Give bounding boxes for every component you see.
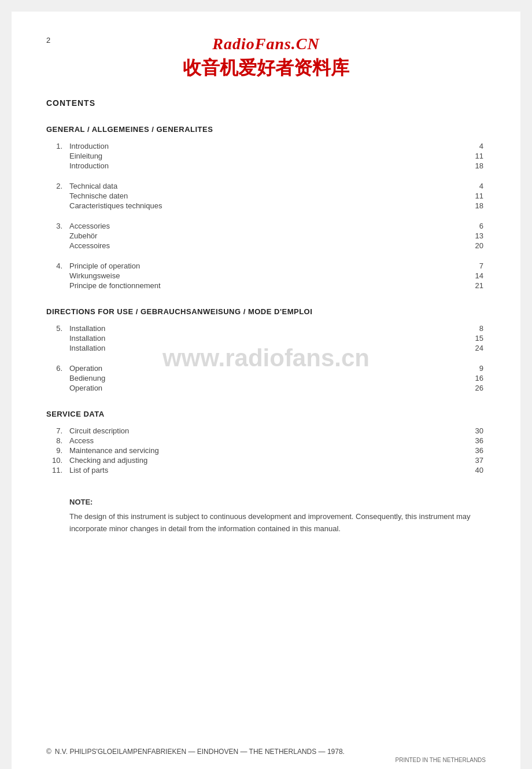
toc-number-2: 2.	[46, 182, 69, 190]
section-service: SERVICE DATA 7. Circuit description 30 8…	[46, 410, 486, 474]
toc-subentry-1-1: Einleitung 11	[46, 152, 486, 160]
toc-entry-11: 11. List of parts 40	[46, 466, 486, 474]
toc-subentry-3-1: Zubehör 13	[46, 231, 486, 240]
toc-number-3: 3.	[46, 222, 69, 230]
footer-copyright-line: © N.V. PHILIPS'GLOEILAMPENFABRIEKEN — EI…	[46, 748, 486, 756]
toc-number-7: 7.	[46, 426, 69, 435]
toc-text-2-2: Caracteristiques techniques	[69, 201, 463, 210]
toc-text-5-1: Installation	[69, 334, 463, 343]
section-service-heading: SERVICE DATA	[46, 410, 486, 418]
toc-subentry-6-1: Bedienung 16	[46, 374, 486, 382]
toc-text-2-0: Technical data	[69, 182, 463, 190]
note-section: NOTE: The design of this instrument is s…	[46, 498, 486, 535]
toc-group-service: 7. Circuit description 30 8. Access 36 9…	[46, 426, 486, 474]
toc-number-8: 8.	[46, 436, 69, 445]
toc-text-1-2: Introduction	[69, 161, 463, 170]
toc-text-3-2: Accessoires	[69, 241, 463, 250]
toc-text-6-2: Operation	[69, 384, 463, 392]
toc-text-4-0: Principle of operation	[69, 262, 463, 270]
toc-page-9: 36	[463, 446, 486, 455]
toc-subentry-2-2: Caracteristiques techniques 18	[46, 201, 486, 210]
toc-text-2-1: Technische daten	[69, 192, 463, 200]
toc-text-1-0: Introduction	[69, 142, 463, 150]
toc-page-6-2: 26	[463, 384, 486, 392]
toc-text-5-2: Installation	[69, 344, 463, 352]
toc-subentry-2-1: Technische daten 11	[46, 192, 486, 200]
page-number: 2	[46, 36, 50, 45]
toc-entry-7: 7. Circuit description 30	[46, 426, 486, 435]
toc-page-1-2: 18	[463, 161, 486, 170]
toc-subentry-3-2: Accessoires 20	[46, 241, 486, 250]
toc-group-6: 6. Operation 9 Bedienung 16 Operation 26	[46, 364, 486, 392]
toc-text-3-0: Accessories	[69, 222, 463, 230]
copyright-text: N.V. PHILIPS'GLOEILAMPENFABRIEKEN — EIND…	[55, 748, 345, 756]
toc-page-4-0: 7	[463, 262, 486, 270]
toc-text-10: Checking and adjusting	[69, 456, 463, 465]
toc-text-9: Maintenance and servicing	[69, 446, 463, 455]
toc-number-11: 11.	[46, 466, 69, 474]
site-title: RadioFans.CN	[46, 35, 486, 53]
toc-group-2: 2. Technical data 4 Technische daten 11 …	[46, 182, 486, 210]
toc-text-5-0: Installation	[69, 324, 463, 333]
contents-heading: CONTENTS	[46, 98, 486, 108]
copyright-symbol: ©	[46, 748, 51, 756]
toc-block-5: www.radiofans.cn 5. Installation 8 Insta…	[46, 324, 486, 392]
toc-page-5-1: 15	[463, 334, 486, 343]
page-header: RadioFans.CN 收音机爱好者资料库	[46, 35, 486, 81]
toc-entry-6: 6. Operation 9	[46, 364, 486, 373]
toc-entry-10: 10. Checking and adjusting 37	[46, 456, 486, 465]
toc-text-4-1: Wirkungsweise	[69, 271, 463, 280]
toc-group-1: 1. Introduction 4 Einleitung 11 Introduc…	[46, 142, 486, 170]
toc-page-2-1: 11	[463, 192, 486, 200]
toc-group-3: 3. Accessories 6 Zubehör 13 Accessoires …	[46, 222, 486, 250]
toc-page-7: 30	[463, 426, 486, 435]
toc-entry-5: 5. Installation 8	[46, 324, 486, 333]
toc-text-8: Access	[69, 436, 463, 445]
toc-page-3-0: 6	[463, 222, 486, 230]
toc-subentry-4-2: Principe de fonctionnement 21	[46, 281, 486, 290]
toc-number-6: 6.	[46, 364, 69, 373]
toc-page-11: 40	[463, 466, 486, 474]
toc-page-6-0: 9	[463, 364, 486, 373]
toc-group-5: 5. Installation 8 Installation 15 Instal…	[46, 324, 486, 352]
toc-text-11: List of parts	[69, 466, 463, 474]
toc-entry-8: 8. Access 36	[46, 436, 486, 445]
toc-page-3-1: 13	[463, 231, 486, 240]
toc-page-5-0: 8	[463, 324, 486, 333]
toc-subentry-1-2: Introduction 18	[46, 161, 486, 170]
toc-text-6-1: Bedienung	[69, 374, 463, 382]
toc-number-5: 5.	[46, 324, 69, 333]
toc-group-4: 4. Principle of operation 7 Wirkungsweis…	[46, 262, 486, 290]
note-text: The design of this instrument is subject…	[69, 511, 486, 535]
toc-number-1: 1.	[46, 142, 69, 150]
toc-page-10: 37	[463, 456, 486, 465]
toc-page-5-2: 24	[463, 344, 486, 352]
section-directions-heading: DIRECTIONS FOR USE / GEBRAUCHSANWEISUNG …	[46, 307, 486, 316]
toc-text-1-1: Einleitung	[69, 152, 463, 160]
toc-subentry-5-1: Installation 15	[46, 334, 486, 343]
document-page: 2 RadioFans.CN 收音机爱好者资料库 CONTENTS GENERA…	[12, 12, 520, 769]
toc-entry-4: 4. Principle of operation 7	[46, 262, 486, 270]
page-footer: © N.V. PHILIPS'GLOEILAMPENFABRIEKEN — EI…	[46, 748, 486, 763]
toc-number-9: 9.	[46, 446, 69, 455]
toc-text-7: Circuit description	[69, 426, 463, 435]
toc-entry-2: 2. Technical data 4	[46, 182, 486, 190]
toc-text-6-0: Operation	[69, 364, 463, 373]
toc-page-3-2: 20	[463, 241, 486, 250]
note-heading: NOTE:	[69, 498, 486, 506]
toc-subentry-6-2: Operation 26	[46, 384, 486, 392]
toc-page-1-1: 11	[463, 152, 486, 160]
toc-number-4: 4.	[46, 262, 69, 270]
toc-page-8: 36	[463, 436, 486, 445]
toc-number-10: 10.	[46, 456, 69, 465]
footer-printed: PRINTED IN THE NETHERLANDS	[46, 757, 486, 763]
toc-page-2-2: 18	[463, 201, 486, 210]
section-directions: DIRECTIONS FOR USE / GEBRAUCHSANWEISUNG …	[46, 307, 486, 392]
section-general-heading: GENERAL / ALLGEMEINES / GENERALITES	[46, 125, 486, 134]
toc-entry-9: 9. Maintenance and servicing 36	[46, 446, 486, 455]
toc-entry-1: 1. Introduction 4	[46, 142, 486, 150]
toc-subentry-4-1: Wirkungsweise 14	[46, 271, 486, 280]
site-subtitle: 收音机爱好者资料库	[46, 56, 486, 81]
toc-subentry-5-2: Installation 24	[46, 344, 486, 352]
section-general: GENERAL / ALLGEMEINES / GENERALITES 1. I…	[46, 125, 486, 290]
